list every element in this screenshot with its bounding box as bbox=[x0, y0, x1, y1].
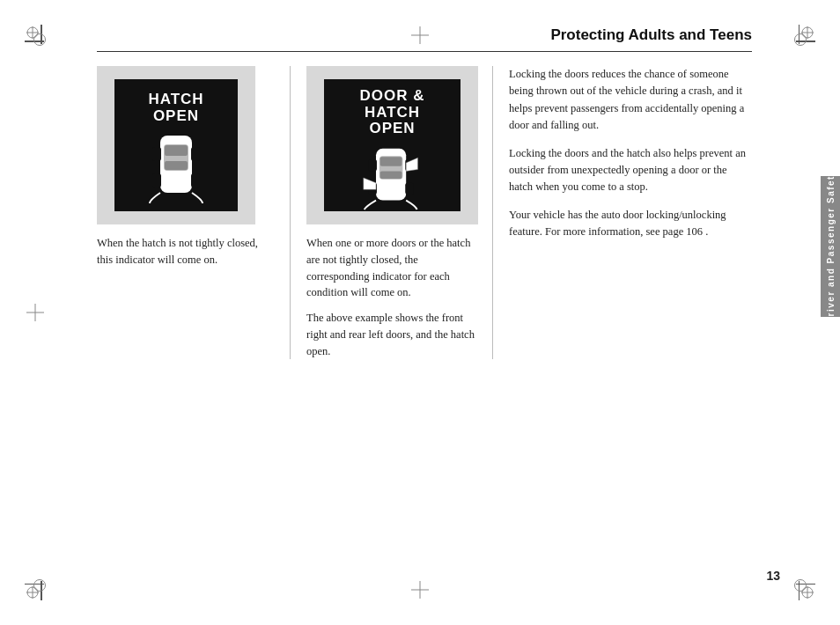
hatch-open-caption: When the hatch is not tightly closed, th… bbox=[97, 235, 274, 268]
cross-mark-left bbox=[26, 304, 44, 321]
svg-rect-22 bbox=[379, 157, 402, 165]
page: Protecting Adults and Teens HATCH OPEN bbox=[0, 0, 840, 625]
hatch-open-indicator-box: HATCH OPEN bbox=[114, 79, 238, 211]
door-hatch-open-indicator-box: DOOR & HATCH OPEN bbox=[324, 79, 461, 211]
car-door-hatch-icon bbox=[353, 144, 432, 211]
cross-mark-bottom bbox=[411, 581, 429, 599]
body-text-2: Locking the doors and the hatch also hel… bbox=[509, 145, 752, 196]
svg-rect-24 bbox=[368, 159, 376, 171]
page-title: Protecting Adults and Teens bbox=[550, 26, 752, 44]
svg-rect-16 bbox=[152, 147, 161, 161]
svg-rect-23 bbox=[379, 171, 402, 179]
reg-mark-tr bbox=[787, 26, 814, 53]
content-area: HATCH OPEN bbox=[97, 66, 752, 359]
door-hatch-caption-2: The above example shows the front right … bbox=[306, 310, 476, 359]
svg-rect-19 bbox=[191, 173, 200, 188]
door-hatch-open-indicator-image: DOOR & HATCH OPEN bbox=[306, 66, 478, 224]
column-right: Locking the doors reduces the chance of … bbox=[493, 66, 752, 359]
svg-rect-17 bbox=[191, 147, 200, 161]
column-middle: DOOR & HATCH OPEN bbox=[291, 66, 493, 359]
hatch-open-label: HATCH OPEN bbox=[148, 92, 203, 124]
door-hatch-caption-1: When one or more doors or the hatch are … bbox=[306, 235, 476, 301]
page-number: 13 bbox=[766, 569, 780, 583]
svg-rect-18 bbox=[152, 173, 161, 188]
hatch-open-indicator-image: HATCH OPEN bbox=[97, 66, 255, 224]
reg-mark-br bbox=[787, 572, 814, 599]
svg-rect-27 bbox=[405, 183, 413, 195]
car-hatch-icon bbox=[141, 131, 211, 206]
svg-rect-14 bbox=[165, 145, 188, 156]
reg-mark-tl bbox=[26, 26, 53, 53]
svg-rect-15 bbox=[165, 161, 188, 170]
body-text-3: Your vehicle has the auto door locking/u… bbox=[509, 207, 752, 241]
reg-mark-bl bbox=[26, 572, 53, 599]
sidebar-tab-label: Driver and Passenger Safety bbox=[826, 169, 836, 324]
column-left: HATCH OPEN bbox=[97, 66, 291, 359]
sidebar-tab: Driver and Passenger Safety bbox=[821, 176, 840, 317]
door-hatch-open-label: DOOR & HATCH OPEN bbox=[360, 88, 425, 137]
cross-mark-top bbox=[411, 26, 429, 44]
body-text-1: Locking the doors reduces the chance of … bbox=[509, 66, 752, 135]
